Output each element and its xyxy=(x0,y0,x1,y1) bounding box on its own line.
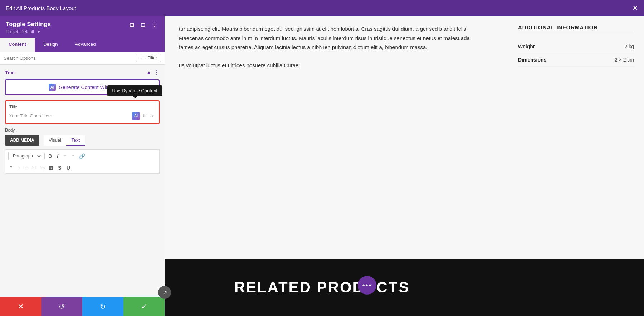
drag-handle[interactable]: ↗ xyxy=(158,286,171,299)
toolbar-strikethrough[interactable]: S xyxy=(57,164,63,171)
add-media-row: ADD MEDIA Visual Text xyxy=(5,135,160,146)
search-input[interactable] xyxy=(4,55,133,61)
panel-icon-1[interactable]: ⊞ xyxy=(128,21,136,29)
preset-arrow-icon: ▼ xyxy=(37,30,40,34)
search-filter-row: + + Filter xyxy=(0,52,165,65)
cancel-icon: ✕ xyxy=(18,302,24,311)
tabs-row: Content Design Advanced xyxy=(0,38,165,52)
info-row-weight: Weight 2 kg xyxy=(518,40,634,53)
drag-icon: ↗ xyxy=(162,289,167,296)
filter-button[interactable]: + + Filter xyxy=(136,54,161,62)
toolbar-list-ordered[interactable]: ≡ xyxy=(70,152,75,160)
weight-value: 2 kg xyxy=(625,44,634,49)
panel-icon-2[interactable]: ⊟ xyxy=(139,21,147,29)
confirm-icon: ✓ xyxy=(141,302,147,311)
section-more-btn[interactable]: ⋮ xyxy=(154,69,160,76)
editor-toolbar-1: Paragraph Heading 1 Heading 2 B I ≡ ≡ 🔗 xyxy=(5,149,160,162)
field-action-btns: AI ≋ ☞ xyxy=(132,112,155,120)
undo-icon: ↺ xyxy=(59,302,65,311)
editor-tab-text[interactable]: Text xyxy=(66,135,85,146)
filter-icon: + xyxy=(140,55,142,60)
related-products-title: RELATED PRODUCTS xyxy=(234,279,410,296)
weight-label: Weight xyxy=(518,44,535,49)
toolbar-link[interactable]: 🔗 xyxy=(78,152,87,160)
content-paragraph-2: us volutpat luctus et ultrices posuere c… xyxy=(179,61,472,70)
panel-body: Text ▲ ⋮ AI Generate Content With AI Use… xyxy=(0,65,165,308)
content-text: tur adipiscing elit. Mauris bibendum ege… xyxy=(179,24,472,70)
panel-header-info: Toggle Settings Preset: Default ▼ xyxy=(6,21,51,34)
paragraph-select[interactable]: Paragraph Heading 1 Heading 2 xyxy=(8,152,42,160)
title-layers-btn[interactable]: ≋ xyxy=(141,112,147,120)
info-row-dimensions: Dimensions 2 × 2 cm xyxy=(518,53,634,67)
top-bar: Edit All Products Body Layout ✕ xyxy=(0,0,644,16)
toolbar-underline[interactable]: U xyxy=(65,164,72,171)
collapse-btn[interactable]: ▲ xyxy=(146,69,152,76)
title-field-container: Use Dynamic Content Title Your Title Goe… xyxy=(5,100,160,124)
title-ai-button[interactable]: AI xyxy=(132,112,140,120)
floating-dots-button[interactable]: ••• xyxy=(358,276,376,295)
panel-header-actions: ⊞ ⊟ ⋮ xyxy=(128,21,159,29)
title-dynamic-btn[interactable]: ☞ xyxy=(149,112,155,120)
cancel-button[interactable]: ✕ xyxy=(0,297,41,316)
editor-tab-visual[interactable]: Visual xyxy=(44,135,66,146)
panel-header-top: Toggle Settings Preset: Default ▼ ⊞ ⊟ ⋮ xyxy=(6,21,159,34)
text-section-title: Text xyxy=(5,70,15,76)
toolbar-justify[interactable]: ≡ xyxy=(39,164,45,171)
dynamic-content-tooltip: Use Dynamic Content xyxy=(107,85,162,96)
panel-more-btn[interactable]: ⋮ xyxy=(150,21,159,29)
toolbar-table[interactable]: ⊞ xyxy=(47,164,54,171)
confirm-button[interactable]: ✓ xyxy=(123,297,165,316)
toolbar-italic[interactable]: I xyxy=(55,152,60,160)
tab-content[interactable]: Content xyxy=(0,38,35,52)
add-media-button[interactable]: ADD MEDIA xyxy=(5,135,39,146)
toolbar-list-unordered[interactable]: ≡ xyxy=(62,152,68,160)
filter-label: + Filter xyxy=(144,55,157,60)
title-field-placeholder: Your Title Goes Here xyxy=(9,113,130,118)
tab-design[interactable]: Design xyxy=(35,38,66,52)
toolbar-separator-1 xyxy=(44,153,45,159)
undo-button[interactable]: ↺ xyxy=(41,297,82,316)
content-paragraph-1: tur adipiscing elit. Mauris bibendum ege… xyxy=(179,24,472,52)
dimensions-label: Dimensions xyxy=(518,57,546,63)
body-label: Body xyxy=(5,128,160,133)
redo-icon: ↻ xyxy=(100,302,106,311)
toolbar-quote[interactable]: " xyxy=(8,164,14,171)
field-input-row: Your Title Goes Here AI ≋ ☞ xyxy=(9,112,155,120)
ai-icon: AI xyxy=(49,84,56,91)
toolbar-align-left[interactable]: ≡ xyxy=(16,164,21,171)
section-actions: ▲ ⋮ xyxy=(146,69,160,76)
panel-header: Toggle Settings Preset: Default ▼ ⊞ ⊟ ⋮ xyxy=(0,16,165,38)
tab-advanced[interactable]: Advanced xyxy=(67,38,104,52)
additional-info-title: ADDITIONAL INFORMATION xyxy=(518,24,634,34)
toolbar-align-right[interactable]: ≡ xyxy=(31,164,37,171)
toolbar-bold[interactable]: B xyxy=(47,152,53,160)
dots-icon: ••• xyxy=(362,281,372,290)
close-button[interactable]: ✕ xyxy=(632,4,638,12)
toolbar-align-center[interactable]: ≡ xyxy=(24,164,29,171)
text-section-header: Text ▲ ⋮ xyxy=(5,69,160,76)
editor-toolbar-2: " ≡ ≡ ≡ ≡ ⊞ S U xyxy=(5,162,160,174)
panel-subtitle: Preset: Default ▼ xyxy=(6,29,51,34)
title-field-label: Title xyxy=(9,104,155,110)
bottom-action-bar: ✕ ↺ ↻ ✓ xyxy=(0,297,165,316)
editor-tabs: Visual Text xyxy=(44,135,85,146)
top-bar-title: Edit All Products Body Layout xyxy=(6,5,76,11)
dimensions-value: 2 × 2 cm xyxy=(615,57,634,63)
panel-title: Toggle Settings xyxy=(6,21,51,28)
sidebar-panel: Toggle Settings Preset: Default ▼ ⊞ ⊟ ⋮ … xyxy=(0,16,165,316)
body-section: Body ADD MEDIA Visual Text Paragraph Hea… xyxy=(5,128,160,174)
redo-button[interactable]: ↻ xyxy=(82,297,123,316)
